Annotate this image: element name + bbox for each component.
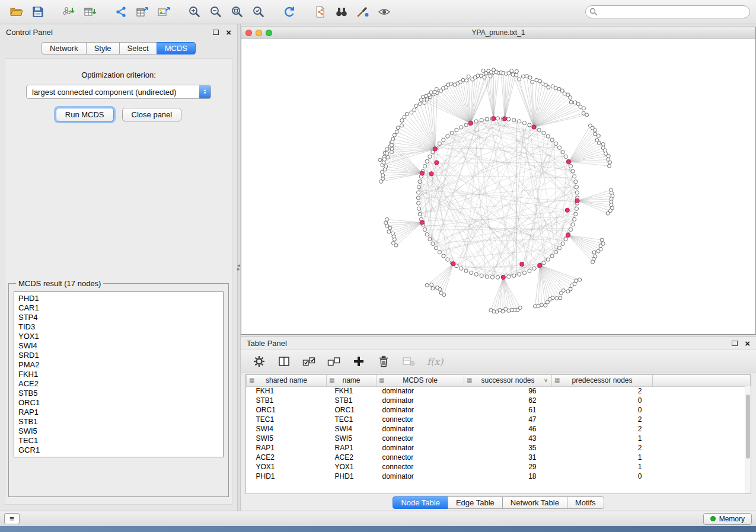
column-header-successor-nodes[interactable]: ▦successor nodes∨ bbox=[464, 375, 552, 386]
clone-network-button[interactable] bbox=[310, 2, 331, 21]
table-cell: SWI5 bbox=[327, 434, 377, 443]
mcds-result-item[interactable]: SRD1 bbox=[14, 351, 223, 360]
mcds-tab-content: Optimization criterion: largest connecte… bbox=[5, 58, 232, 505]
float-panel-icon[interactable] bbox=[213, 30, 219, 35]
zoom-in-button[interactable] bbox=[184, 2, 205, 21]
mcds-result-item[interactable]: STB5 bbox=[14, 389, 223, 398]
table-row[interactable]: SWI5SWI5connector431 bbox=[247, 434, 751, 443]
mcds-result-item[interactable]: PHD1 bbox=[14, 294, 223, 303]
show-graphics-details-button[interactable] bbox=[374, 2, 395, 21]
criterion-select[interactable]: largest connected component (undirected)… bbox=[26, 85, 211, 99]
splitter-arrows-icon[interactable]: ◀▶ bbox=[237, 264, 240, 271]
mcds-result-item[interactable]: STB1 bbox=[14, 417, 223, 427]
mcds-result-item[interactable]: STP4 bbox=[14, 313, 223, 322]
mcds-result-group: MCDS result (17 nodes) PHD1CAR1STP4TID3Y… bbox=[8, 279, 229, 497]
zoom-selected-button[interactable] bbox=[248, 2, 269, 21]
table-row[interactable]: PHD1PHD1dominator180 bbox=[247, 472, 751, 481]
table-cell: RAP1 bbox=[327, 443, 377, 453]
table-row[interactable]: TEC1TEC1connector472 bbox=[247, 415, 751, 424]
table-row[interactable]: ORC1ORC1dominator610 bbox=[247, 405, 751, 415]
table-cell-filler bbox=[653, 405, 751, 415]
scrollbar-thumb[interactable] bbox=[746, 395, 750, 459]
mcds-result-item[interactable]: GCR1 bbox=[14, 446, 223, 455]
panel-splitter[interactable]: ◀▶ bbox=[237, 24, 241, 511]
table-row[interactable]: ACE2ACE2connector311 bbox=[247, 453, 751, 462]
import-network-button[interactable] bbox=[58, 2, 79, 21]
import-table-button[interactable] bbox=[79, 2, 101, 21]
search-input[interactable] bbox=[585, 5, 750, 18]
column-header-shared-name[interactable]: ▦shared name bbox=[247, 375, 327, 386]
mcds-result-item[interactable]: TEC1 bbox=[14, 436, 223, 446]
close-table-panel-icon[interactable]: × bbox=[745, 339, 750, 348]
mcds-result-item[interactable]: ACE2 bbox=[14, 379, 223, 389]
table-row[interactable]: RAP1RAP1dominator352 bbox=[247, 443, 751, 453]
mcds-result-title: MCDS result (17 nodes) bbox=[16, 279, 103, 288]
table-row[interactable]: YOX1YOX1connector291 bbox=[247, 462, 751, 472]
close-panel-icon[interactable]: × bbox=[226, 28, 231, 37]
panel-menu-button[interactable]: ≡ bbox=[4, 513, 20, 524]
mcds-result-item[interactable]: PMA2 bbox=[14, 360, 223, 370]
mcds-result-item[interactable]: YOX1 bbox=[14, 332, 223, 341]
mcds-result-list[interactable]: PHD1CAR1STP4TID3YOX1SWI4SRD1PMA2FKH1ACE2… bbox=[14, 291, 224, 457]
control-tab-style[interactable]: Style bbox=[86, 42, 120, 55]
show-columns-button[interactable] bbox=[277, 354, 291, 368]
zoom-out-button[interactable] bbox=[205, 2, 227, 21]
mcds-result-item[interactable]: SWI4 bbox=[14, 341, 223, 351]
table-settings-button[interactable] bbox=[253, 354, 266, 368]
close-panel-button[interactable]: Close panel bbox=[122, 108, 182, 121]
open-session-button[interactable] bbox=[6, 2, 27, 21]
mcds-result-item[interactable]: FKH1 bbox=[14, 370, 223, 379]
export-image-button[interactable] bbox=[153, 2, 174, 21]
mcds-result-item[interactable]: CAR1 bbox=[14, 303, 223, 313]
table-row[interactable]: SWI4SWI4dominator462 bbox=[247, 424, 751, 434]
control-tab-select[interactable]: Select bbox=[119, 42, 157, 55]
sort-order-icon[interactable]: ∨ bbox=[544, 377, 548, 383]
table-row[interactable]: STB1STB1dominator620 bbox=[247, 396, 751, 405]
table-tab-node-table[interactable]: Node Table bbox=[393, 496, 448, 509]
delete-table-icon bbox=[402, 356, 415, 367]
table-scrollbar[interactable] bbox=[745, 386, 751, 493]
add-column-button[interactable] bbox=[352, 354, 365, 368]
table-cell-filler bbox=[653, 386, 751, 396]
mcds-result-item[interactable]: TID3 bbox=[14, 322, 223, 332]
desktop-background bbox=[0, 526, 756, 532]
network-graph[interactable] bbox=[241, 39, 755, 334]
float-table-panel-icon[interactable] bbox=[732, 341, 738, 346]
table-header-row: ▦shared name▦name▦MCDS role▦successor no… bbox=[247, 375, 751, 386]
memory-button[interactable]: Memory bbox=[703, 513, 752, 525]
column-header-name[interactable]: ▦name bbox=[327, 375, 377, 386]
table-grid-icon: ▦ bbox=[249, 377, 254, 383]
import-table-icon bbox=[84, 6, 97, 18]
delete-column-button[interactable] bbox=[377, 354, 390, 368]
table-cell: ACE2 bbox=[327, 453, 377, 462]
application-window: Control Panel × NetworkStyleSelectMCDS O… bbox=[0, 0, 756, 532]
table-row[interactable]: FKH1FKH1dominator962 bbox=[247, 386, 751, 396]
zoom-fit-button[interactable] bbox=[227, 2, 248, 21]
table-grid-icon: ▦ bbox=[379, 377, 384, 383]
mcds-result-item[interactable]: SWI5 bbox=[14, 427, 223, 436]
table-cell-filler bbox=[653, 424, 751, 434]
mcds-result-item[interactable]: ORC1 bbox=[14, 398, 223, 408]
deselect-all-button[interactable] bbox=[327, 354, 340, 368]
select-all-button[interactable] bbox=[302, 354, 315, 368]
run-mcds-button[interactable]: Run MCDS bbox=[56, 108, 114, 121]
network-canvas[interactable] bbox=[241, 39, 755, 334]
table-tab-edge-table[interactable]: Edge Table bbox=[448, 496, 503, 509]
control-tab-mcds[interactable]: MCDS bbox=[157, 42, 196, 55]
plus-icon bbox=[353, 355, 365, 367]
table-panel-tabs: Node TableEdge TableNetwork TableMotifs bbox=[241, 494, 756, 511]
apply-style-button[interactable] bbox=[352, 2, 374, 21]
column-header-MCDS-role[interactable]: ▦MCDS role bbox=[377, 375, 464, 386]
table-tab-network-table[interactable]: Network Table bbox=[502, 496, 567, 509]
refresh-icon bbox=[283, 5, 296, 18]
network-window-titlebar[interactable]: YPA_prune.txt_1 bbox=[241, 27, 755, 39]
column-header-predecessor-nodes[interactable]: ▦predecessor nodes bbox=[552, 375, 653, 386]
export-table-button[interactable] bbox=[132, 2, 153, 21]
mcds-result-item[interactable]: RAP1 bbox=[14, 408, 223, 417]
export-network-button[interactable] bbox=[110, 2, 132, 21]
save-session-button[interactable] bbox=[27, 2, 49, 21]
find-network-button[interactable] bbox=[331, 2, 352, 21]
control-tab-network[interactable]: Network bbox=[42, 42, 87, 55]
table-tab-motifs[interactable]: Motifs bbox=[567, 496, 604, 509]
refresh-view-button[interactable] bbox=[279, 2, 300, 21]
